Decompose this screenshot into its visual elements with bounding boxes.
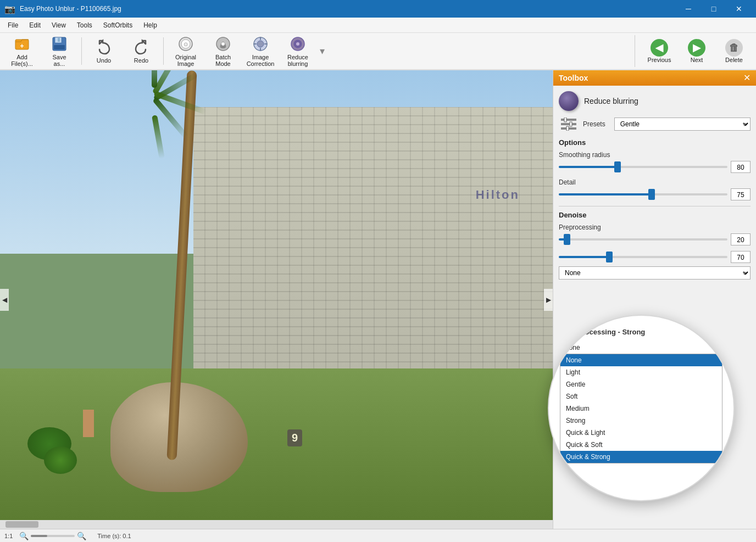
save-as-label: Save as... [52,54,66,67]
undo-button[interactable]: Undo [86,35,121,67]
undo-icon [95,38,113,56]
zoom-label: 1:1 [4,533,13,539]
next-button[interactable]: ▶ Next [679,35,714,67]
postproc-select[interactable]: None Light Gentle Soft Medium Strong Qui… [559,266,751,280]
detail-group: Detail 75 [559,178,751,200]
dropdown-item-medium[interactable]: Medium [560,403,722,415]
svg-point-10 [221,42,225,46]
dropdown-item-quick-strong[interactable]: Quick & Strong [560,451,722,463]
postproc-select-row: None Light Gentle Soft Medium Strong Qui… [559,266,751,280]
time-status: Time (s): 0.1 [97,533,131,539]
postproc-value[interactable]: 70 [731,251,751,263]
save-icon [51,35,68,53]
reduce-blurring-header: Reduce blurring [559,91,751,111]
undo-label: Undo [97,57,111,64]
add-files-button[interactable]: + Add File(s)... [4,35,40,67]
previous-label: Previous [648,57,671,63]
menu-view[interactable]: View [46,19,71,31]
palm-leaves [110,80,209,146]
image-correction-button[interactable]: Image Correction [243,35,278,67]
preprocessing-value[interactable]: 20 [731,233,751,245]
hilton-sign: Hilton [476,188,520,202]
maximize-button[interactable]: □ [701,0,726,18]
close-button[interactable]: ✕ [726,0,752,18]
toolbox-header: Toolbox ✕ [553,70,756,86]
dropdown-item-quick-soft[interactable]: Quick & Soft [560,439,722,451]
image-area[interactable]: Hilton 9 ◀ [0,70,553,529]
person-figure [83,410,94,437]
scroll-left-button[interactable]: ◀ [0,289,9,311]
zoom-control: 1:1 [4,533,13,539]
dropdown-item-strong[interactable]: Strong [560,415,722,427]
batch-mode-icon [214,35,232,53]
reduce-blurring-label: Reduce blurring [287,54,308,67]
next-label: Next [691,57,703,63]
svg-rect-19 [564,118,566,122]
dropdown-item-none-display[interactable]: None [560,342,722,354]
zoom-in-icon[interactable]: 🔍 [77,532,86,540]
number-sign: 9 [287,429,302,446]
detail-thumb[interactable] [648,189,655,200]
toolbar-sep-2 [163,37,164,65]
batch-mode-label: Batch Mode [215,54,231,67]
window-title: Easy Photo Unblur - P1100665.jpg [20,5,121,13]
ground [0,368,553,529]
presets-select-wrapper: Gentle Normal Strong Custom [614,118,751,131]
menu-file[interactable]: File [2,19,24,31]
delete-button[interactable]: 🗑 Delete [716,35,752,67]
horizontal-scrollbar[interactable] [0,520,553,529]
preprocessing-track [559,238,727,241]
detail-value[interactable]: 75 [731,188,751,200]
postproc-track [559,256,727,258]
save-as-button[interactable]: Save as... [42,35,77,67]
detail-row: 75 [559,188,751,200]
dropdown-item-quick-light[interactable]: Quick & Light [560,427,722,439]
toolbox-close-button[interactable]: ✕ [743,74,751,82]
scrollbar-thumb[interactable] [5,521,38,528]
smoothing-radius-value[interactable]: 80 [731,161,751,173]
bush-2 [44,446,77,474]
delete-label: Delete [725,57,743,63]
photo-scene: Hilton 9 [0,70,553,529]
redo-button[interactable]: Redo [124,35,159,67]
minimize-button[interactable]: ─ [676,0,701,18]
redo-icon [132,38,150,56]
smoothing-radius-group: Smoothing radius 80 [559,151,751,173]
postproc-thumb[interactable] [606,252,613,262]
dropdown-item-none[interactable]: None [560,354,722,366]
dropdown-list: None Light Gentle Soft Medium Strong Qui… [560,354,722,463]
zoom-out-icon[interactable]: 🔍 [19,532,29,540]
reduce-blurring-button[interactable]: Reduce blurring [280,35,315,67]
image-correction-icon [252,35,269,53]
toolbar-sep-1 [81,37,82,65]
dropdown-item-light[interactable]: Light [560,366,722,378]
svg-rect-20 [570,122,572,126]
presets-icon [559,116,579,132]
title-left: 📷 Easy Photo Unblur - P1100665.jpg [4,4,121,14]
preprocessing-thumb[interactable] [564,234,570,245]
original-image-label: Original Image [175,54,196,67]
menu-help[interactable]: Help [138,19,163,31]
menu-tools[interactable]: Tools [71,19,98,31]
zoom-slider-fill [31,535,47,537]
post-processing-section: 70 None Light Gentle Soft Medium Strong … [559,251,751,280]
zoom-slider[interactable] [31,535,75,537]
original-image-icon: ⊙ [177,35,194,53]
menu-softorbits[interactable]: SoftOrbits [98,19,138,31]
previous-button[interactable]: ◀ Previous [642,35,677,67]
dropdown-item-gentle[interactable]: Gentle [560,378,722,390]
batch-mode-button[interactable]: Batch Mode [205,35,241,67]
preprocessing-label: Preprocessing [559,223,751,231]
main-area: Hilton 9 ◀ [0,70,756,529]
divider-1 [559,206,751,206]
zoom-slider-group: 🔍 🔍 [19,532,86,540]
smoothing-radius-thumb[interactable] [614,161,621,172]
menu-edit[interactable]: Edit [24,19,46,31]
detail-label: Detail [559,178,751,186]
toolbar-more-arrow[interactable]: ▾ [320,45,325,57]
dropdown-item-soft[interactable]: Soft [560,390,722,403]
presets-select[interactable]: Gentle Normal Strong Custom [614,118,751,131]
add-files-label: Add File(s)... [11,54,33,67]
scroll-right-button[interactable]: ▶ [544,289,553,311]
original-image-button[interactable]: ⊙ Original Image [168,35,203,67]
